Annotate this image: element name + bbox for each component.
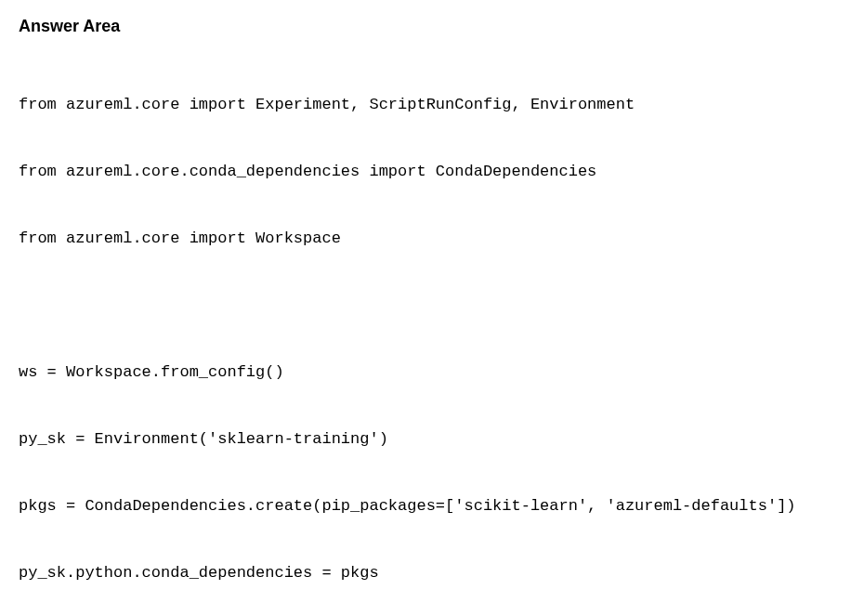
blank-line [19, 295, 845, 317]
code-line: ws = Workspace.from_config() [19, 361, 845, 384]
code-line: py_sk.python.conda_dependencies = pkgs [19, 562, 845, 584]
code-line: from azureml.core import Workspace [19, 228, 845, 250]
code-line: pkgs = CondaDependencies.create(pip_pack… [19, 495, 845, 518]
code-line: from azureml.core.conda_dependencies imp… [19, 161, 845, 183]
code-line: py_sk = Environment('sklearn-training') [19, 428, 845, 451]
code-line: from azureml.core import Experiment, Scr… [19, 94, 845, 116]
code-block: from azureml.core import Experiment, Scr… [19, 49, 845, 616]
answer-area-title: Answer Area [19, 17, 845, 36]
